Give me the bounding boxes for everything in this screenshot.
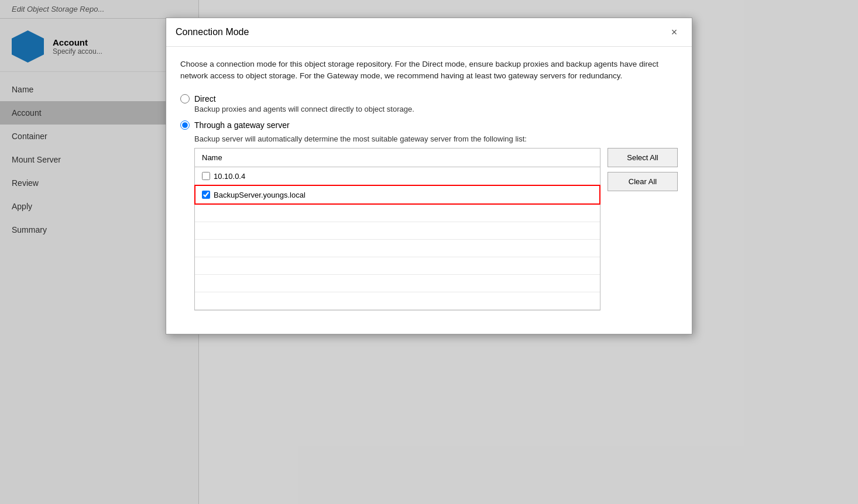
direct-option: Direct Backup proxies and agents will co… xyxy=(180,94,678,113)
server-list-section: Backup server will automatically determi… xyxy=(194,134,678,310)
clear-all-button[interactable]: Clear All xyxy=(608,172,678,191)
close-button[interactable]: × xyxy=(666,24,682,40)
connection-mode-dialog: Connection Mode × Choose a connection mo… xyxy=(166,18,692,334)
table-row xyxy=(195,257,600,274)
modal-overlay: Connection Mode × Choose a connection mo… xyxy=(0,0,858,504)
table-row xyxy=(195,222,600,239)
row1-cell: 10.10.0.4 xyxy=(202,172,593,181)
gateway-sublabel: Backup server will automatically determi… xyxy=(194,134,678,143)
table-row[interactable]: BackupServer.youngs.local xyxy=(195,185,600,204)
table-row[interactable]: 10.10.0.4 xyxy=(195,167,600,185)
gateway-radio-label[interactable]: Through a gateway server xyxy=(194,120,290,130)
modal-description: Choose a connection mode for this object… xyxy=(180,58,678,82)
row1-checkbox[interactable] xyxy=(202,172,210,180)
table-row xyxy=(195,274,600,292)
direct-radio[interactable] xyxy=(180,94,190,103)
server-list-container: Name xyxy=(194,148,678,310)
gateway-radio-row: Through a gateway server xyxy=(180,120,678,130)
server-table-wrapper: Name xyxy=(194,148,600,310)
table-row xyxy=(195,204,600,222)
connection-mode-radio-group: Direct Backup proxies and agents will co… xyxy=(180,94,678,310)
side-buttons: Select All Clear All xyxy=(608,148,678,191)
direct-radio-label[interactable]: Direct xyxy=(194,94,216,103)
row2-name: BackupServer.youngs.local xyxy=(214,191,306,199)
modal-body: Choose a connection mode for this object… xyxy=(166,47,692,334)
table-row xyxy=(195,239,600,257)
direct-radio-row: Direct xyxy=(180,94,678,103)
row2-checkbox[interactable] xyxy=(202,191,210,199)
row1-name: 10.10.0.4 xyxy=(214,172,245,181)
modal-title: Connection Mode xyxy=(176,27,249,37)
name-column-header: Name xyxy=(195,149,600,167)
server-table: Name xyxy=(195,149,600,310)
gateway-option: Through a gateway server Backup server w… xyxy=(180,120,678,310)
row2-cell: BackupServer.youngs.local xyxy=(202,191,593,199)
modal-titlebar: Connection Mode × xyxy=(166,18,692,47)
table-row xyxy=(195,292,600,309)
gateway-radio[interactable] xyxy=(180,120,190,130)
direct-sublabel: Backup proxies and agents will connect d… xyxy=(194,105,678,113)
select-all-button[interactable]: Select All xyxy=(608,148,678,167)
